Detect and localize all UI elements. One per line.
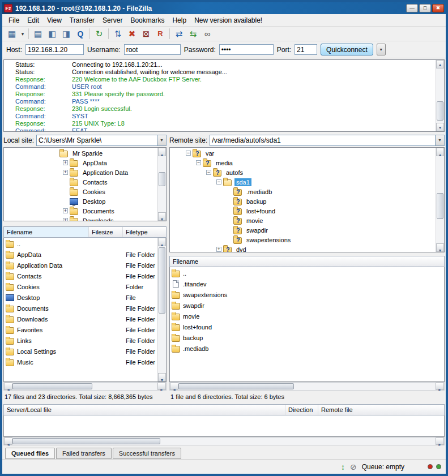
file-row[interactable]: Contacts File Folder <box>4 271 157 281</box>
column-header[interactable]: Filesize <box>89 227 123 237</box>
toolbar-button[interactable]: ⇄ <box>172 28 186 40</box>
statusbar-icon[interactable]: ↕ <box>341 462 345 471</box>
file-row[interactable]: Favorites File Folder <box>4 324 157 335</box>
toolbar-button[interactable]: ▾ <box>19 28 26 40</box>
file-row[interactable]: swapdir <box>170 300 444 311</box>
tree-expander-icon[interactable] <box>216 179 221 185</box>
window-button[interactable]: — <box>406 4 418 12</box>
file-row[interactable]: Documents File Folder <box>4 303 157 314</box>
file-row[interactable]: .. <box>170 268 444 278</box>
remote-list-horizontal-scrollbar[interactable] <box>169 382 445 391</box>
tree-item[interactable]: swapextensions <box>170 235 436 245</box>
scroll-track[interactable] <box>158 246 166 373</box>
scroll-right-button[interactable] <box>436 438 444 445</box>
queue-list[interactable] <box>3 415 445 437</box>
toolbar-button[interactable] <box>28 28 29 39</box>
toolbar-button[interactable]: ◨ <box>59 28 73 40</box>
quickconnect-button[interactable]: Quickconnect <box>321 44 373 55</box>
tree-item[interactable]: media <box>170 158 436 168</box>
toolbar-button[interactable]: ▦ <box>5 28 19 40</box>
combo-dropdown-icon[interactable] <box>157 135 166 145</box>
tree-item[interactable]: Downloads <box>4 216 157 221</box>
scroll-track[interactable] <box>436 156 444 243</box>
tree-expander-icon[interactable] <box>186 151 191 156</box>
toolbar-button[interactable] <box>108 28 109 39</box>
queue-tab[interactable]: Failed transfers <box>56 448 112 459</box>
tree-item[interactable]: var <box>170 148 436 158</box>
menu-item[interactable]: Transfer <box>66 15 99 26</box>
remote-site-combobox[interactable]: /var/media/autofs/sda1 <box>210 135 445 146</box>
tree-expander-icon[interactable] <box>63 160 68 165</box>
file-row[interactable]: Music File Folder <box>4 357 157 367</box>
column-header[interactable]: Filename <box>4 227 89 237</box>
file-row[interactable]: movie <box>170 311 444 321</box>
scroll-right-button[interactable] <box>157 383 166 390</box>
scroll-left-button[interactable] <box>4 383 12 390</box>
scroll-track[interactable] <box>158 156 166 212</box>
scroll-up-button[interactable] <box>436 148 444 156</box>
scroll-thumb[interactable] <box>12 438 160 444</box>
scroll-down-button[interactable] <box>436 123 444 131</box>
toolbar-button[interactable]: ◧ <box>45 28 59 40</box>
tree-item[interactable]: sda1 <box>170 177 436 187</box>
menu-item[interactable]: File <box>5 15 23 26</box>
column-header[interactable]: Server/Local file <box>4 405 285 415</box>
tree-expander-icon[interactable] <box>206 170 211 175</box>
tree-item[interactable]: AppData <box>4 158 157 168</box>
tree-expander-icon[interactable] <box>63 208 68 213</box>
queue-tab[interactable]: Queued files <box>5 448 55 459</box>
local-horizontal-splitter[interactable] <box>3 221 167 226</box>
file-row[interactable]: .. <box>4 238 157 249</box>
menu-item[interactable]: New version available! <box>190 15 266 26</box>
toolbar-button[interactable]: Q <box>74 28 87 40</box>
tree-expander-icon[interactable] <box>196 160 201 165</box>
tree-item[interactable]: Mr Sparkle <box>4 148 157 158</box>
toolbar-button[interactable]: ✖ <box>125 28 139 40</box>
tree-item[interactable]: backup <box>170 196 436 206</box>
scroll-up-button[interactable] <box>158 238 166 246</box>
toolbar-button[interactable]: R <box>153 28 167 40</box>
log-vertical-scrollbar[interactable] <box>436 60 444 131</box>
scroll-up-button[interactable] <box>436 60 444 68</box>
tree-item[interactable]: autofs <box>170 168 436 177</box>
tree-item[interactable]: dvd <box>170 245 436 252</box>
scroll-left-button[interactable] <box>170 383 178 390</box>
menu-item[interactable]: Server <box>99 15 126 26</box>
remote-tree-vertical-scrollbar[interactable] <box>436 148 444 252</box>
port-input[interactable] <box>295 44 317 55</box>
file-row[interactable]: lost+found <box>170 321 444 332</box>
toolbar-button[interactable] <box>169 28 170 39</box>
tree-expander-icon[interactable] <box>216 247 221 252</box>
file-row[interactable]: Links File Folder <box>4 335 157 346</box>
toolbar-button[interactable]: ⊠ <box>139 28 153 40</box>
scroll-thumb[interactable] <box>159 247 165 313</box>
menu-item[interactable]: View <box>43 15 66 26</box>
scroll-thumb[interactable] <box>437 193 443 219</box>
scroll-down-button[interactable] <box>436 243 444 252</box>
local-list-horizontal-scrollbar[interactable] <box>3 382 167 391</box>
tree-item[interactable]: Application Data <box>4 168 157 177</box>
tree-item[interactable]: swapdir <box>170 225 436 235</box>
quickconnect-dropdown-button[interactable] <box>377 44 386 55</box>
scroll-right-button[interactable] <box>436 383 444 390</box>
toolbar-button[interactable]: ∞ <box>200 28 214 40</box>
scroll-down-button[interactable] <box>158 212 166 221</box>
column-header[interactable]: Direction <box>285 405 318 415</box>
file-row[interactable]: Cookies Folder <box>4 281 157 292</box>
password-input[interactable] <box>219 44 274 55</box>
window-button[interactable]: □ <box>419 4 431 12</box>
column-header[interactable]: Filetype <box>123 227 166 237</box>
menu-item[interactable]: Help <box>168 15 190 26</box>
tree-expander-icon[interactable] <box>63 170 68 175</box>
toolbar-button[interactable]: ↻ <box>92 28 106 40</box>
window-button[interactable]: ✖ <box>432 4 444 12</box>
file-row[interactable]: Application Data File Folder <box>4 260 157 271</box>
queue-horizontal-scrollbar[interactable] <box>3 437 445 445</box>
tree-expander-icon[interactable] <box>63 218 68 221</box>
toolbar-button[interactable]: ▤ <box>31 28 45 40</box>
titlebar[interactable]: Fz 192.168.1.20 - root@192.168.1.20 - Fi… <box>2 2 446 14</box>
file-row[interactable]: AppData File Folder <box>4 249 157 260</box>
tree-item[interactable]: Desktop <box>4 196 157 206</box>
tree-item[interactable]: .mediadb <box>170 187 436 196</box>
scroll-thumb[interactable] <box>178 383 294 389</box>
